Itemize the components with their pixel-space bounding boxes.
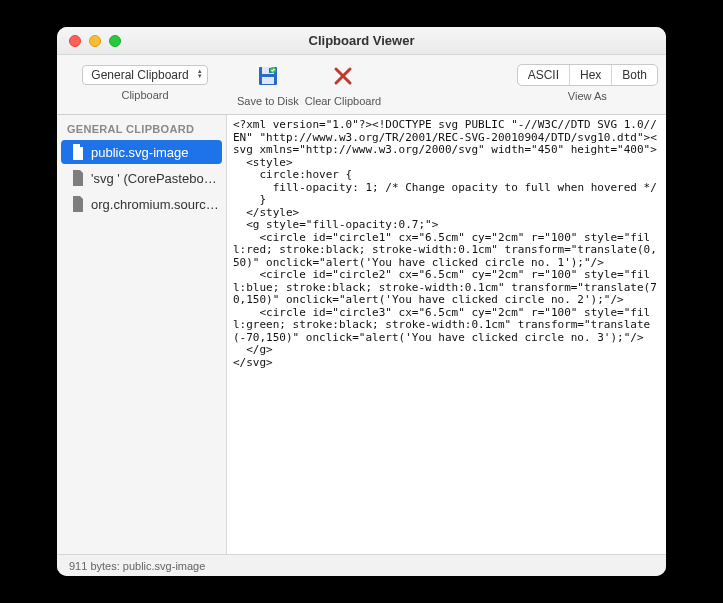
view-as-hex[interactable]: Hex: [570, 65, 612, 85]
status-bar: 911 bytes: public.svg-image: [57, 554, 666, 576]
document-icon: [71, 196, 85, 212]
view-as-ascii[interactable]: ASCII: [518, 65, 570, 85]
maximize-button[interactable]: [109, 35, 121, 47]
minimize-button[interactable]: [89, 35, 101, 47]
clear-clipboard-label: Clear Clipboard: [305, 95, 381, 107]
window-title: Clipboard Viewer: [57, 33, 666, 48]
toolbar: General Clipboard ▲▼ Clipboard Save to D…: [57, 55, 666, 115]
clipboard-selector-label: Clipboard: [121, 89, 168, 101]
view-as-group: ASCII Hex Both View As: [517, 59, 658, 102]
save-to-disk-button[interactable]: [250, 61, 286, 91]
save-to-disk-label: Save to Disk: [237, 95, 299, 107]
status-text: 911 bytes: public.svg-image: [69, 560, 205, 572]
sidebar-item-label: public.svg-image: [91, 145, 189, 160]
view-as-label: View As: [568, 90, 607, 102]
content-area[interactable]: <?xml version="1.0"?><!DOCTYPE svg PUBLI…: [227, 115, 666, 554]
body: GENERAL CLIPBOARD public.svg-image 'svg …: [57, 115, 666, 554]
clear-clipboard-group: Clear Clipboard: [305, 59, 381, 107]
sidebar-header: GENERAL CLIPBOARD: [57, 119, 226, 139]
view-as-segmented: ASCII Hex Both: [517, 64, 658, 86]
clipboard-content-text: <?xml version="1.0"?><!DOCTYPE svg PUBLI…: [227, 115, 666, 373]
app-window: Clipboard Viewer General Clipboard ▲▼ Cl…: [57, 27, 666, 576]
sidebar-item-svg-corepasteboard[interactable]: 'svg ' (CorePastebo…: [61, 166, 222, 190]
sidebar-item-public-svg-image[interactable]: public.svg-image: [61, 140, 222, 164]
document-icon: [71, 170, 85, 186]
clear-clipboard-button[interactable]: [325, 61, 361, 91]
x-icon: [331, 64, 355, 88]
view-as-both[interactable]: Both: [612, 65, 657, 85]
sidebar-item-label: 'svg ' (CorePastebo…: [91, 171, 217, 186]
chevron-up-down-icon: ▲▼: [197, 69, 203, 79]
save-to-disk-group: Save to Disk: [237, 59, 299, 107]
clipboard-selector-group: General Clipboard ▲▼ Clipboard: [65, 59, 225, 101]
svg-rect-3: [262, 77, 274, 84]
traffic-lights: [57, 35, 121, 47]
sidebar: GENERAL CLIPBOARD public.svg-image 'svg …: [57, 115, 227, 554]
sidebar-item-org-chromium-source[interactable]: org.chromium.sourc…: [61, 192, 222, 216]
document-icon: [71, 144, 85, 160]
clipboard-selector-value: General Clipboard: [91, 68, 188, 82]
close-button[interactable]: [69, 35, 81, 47]
sidebar-item-label: org.chromium.sourc…: [91, 197, 219, 212]
clipboard-selector[interactable]: General Clipboard ▲▼: [82, 65, 207, 85]
floppy-disk-icon: [256, 64, 280, 88]
titlebar: Clipboard Viewer: [57, 27, 666, 55]
